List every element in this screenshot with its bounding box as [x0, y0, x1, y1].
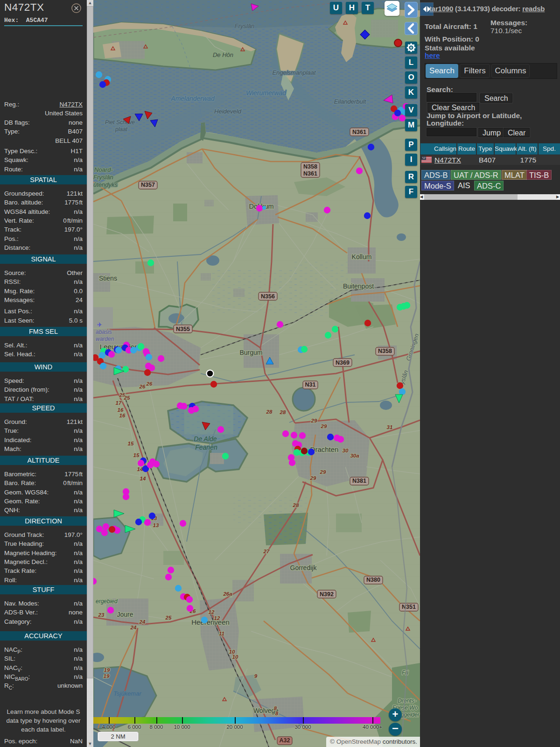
svg-text:16: 16 [119, 413, 126, 418]
svg-text:ûtendyks: ûtendyks [93, 181, 118, 188]
svg-text:De Hôn: De Hôn [213, 51, 233, 58]
svg-text:29: 29 [311, 418, 317, 423]
svg-text:N351: N351 [402, 604, 416, 610]
svg-text:N357: N357 [141, 182, 155, 188]
svg-text:10: 10 [232, 654, 238, 660]
svg-text:N380: N380 [366, 577, 380, 583]
svg-text:31: 31 [387, 424, 393, 430]
svg-text:ergebied: ergebied [96, 598, 118, 605]
svg-text:26: 26 [146, 381, 153, 387]
svg-text:Buitenpost: Buitenpost [343, 282, 374, 290]
svg-text:30: 30 [343, 448, 349, 453]
svg-text:N392: N392 [320, 591, 334, 598]
svg-text:Fri: Fri [402, 669, 408, 676]
svg-text:29: 29 [310, 475, 316, 481]
svg-text:N356: N356 [261, 293, 275, 300]
svg-text:Drents-: Drents- [398, 698, 416, 704]
svg-text:28: 28 [293, 502, 299, 508]
svg-text:N369: N369 [336, 359, 350, 366]
svg-text:29: 29 [321, 423, 327, 429]
svg-text:8: 8 [275, 711, 279, 716]
svg-text:Fryslân: Fryslân [235, 22, 255, 29]
svg-text:A32: A32 [280, 737, 290, 744]
svg-text:16: 16 [118, 407, 124, 413]
svg-text:De Alde: De Alde [194, 435, 217, 443]
svg-text:30a: 30a [350, 453, 359, 458]
svg-text:N361: N361 [303, 170, 317, 177]
svg-text:warden: warden [96, 336, 114, 342]
svg-text:plaat: plaat [115, 126, 128, 133]
svg-text:N381: N381 [352, 478, 366, 484]
svg-text:28: 28 [266, 409, 273, 415]
svg-text:Eilanderbult: Eilanderbult [334, 98, 367, 105]
svg-text:25: 25 [165, 615, 172, 620]
svg-text:19: 19 [104, 673, 110, 679]
svg-text:19: 19 [104, 667, 110, 673]
svg-text:11: 11 [219, 631, 224, 636]
svg-text:N358: N358 [378, 348, 392, 354]
svg-text:13: 13 [153, 522, 159, 528]
svg-text:Kollum: Kollum [352, 253, 372, 261]
svg-text:✈: ✈ [97, 321, 102, 328]
svg-text:Burgum: Burgum [239, 349, 262, 356]
svg-text:Heerenveen: Heerenveen [191, 618, 230, 626]
svg-text:17: 17 [116, 400, 122, 406]
svg-text:15: 15 [128, 441, 134, 446]
svg-text:12: 12 [214, 615, 220, 621]
svg-text:Engelsmanplaat: Engelsmanplaat [272, 69, 316, 76]
svg-text:29: 29 [320, 469, 326, 475]
svg-text:Heideveld: Heideveld [214, 108, 242, 115]
svg-text:Feanen: Feanen [195, 444, 217, 451]
svg-text:26: 26 [139, 384, 146, 389]
svg-text:Piet Scheve: Piet Scheve [105, 119, 135, 126]
svg-text:Fryslân: Fryslân [93, 174, 113, 181]
svg-text:15: 15 [133, 452, 140, 458]
svg-text:24: 24 [139, 619, 146, 625]
svg-text:N355: N355 [176, 326, 190, 332]
svg-text:28: 28 [280, 409, 286, 415]
svg-text:14: 14 [140, 476, 146, 481]
svg-text:Tsjûkemar: Tsjûkemar [113, 690, 141, 697]
svg-text:27: 27 [263, 549, 270, 554]
svg-text:23: 23 [98, 612, 105, 618]
svg-text:N31: N31 [305, 381, 316, 388]
svg-text:Joure: Joure [117, 611, 133, 618]
svg-text:N361: N361 [352, 129, 366, 135]
svg-text:Stiens: Stiens [99, 275, 117, 282]
svg-text:Wierumerwad: Wierumerwad [246, 89, 287, 97]
svg-text:Noard-: Noard- [94, 166, 113, 173]
svg-text:26a: 26a [223, 591, 232, 597]
svg-text:9: 9 [254, 673, 258, 679]
svg-text:12: 12 [209, 609, 215, 615]
svg-text:24: 24 [130, 625, 137, 630]
svg-text:N358: N358 [303, 163, 317, 170]
svg-text:25: 25 [124, 395, 130, 401]
svg-text:Gorredijk: Gorredijk [290, 564, 317, 571]
svg-text:Amelanderwad: Amelanderwad [170, 95, 215, 102]
svg-text:abasis: abasis [96, 329, 112, 335]
